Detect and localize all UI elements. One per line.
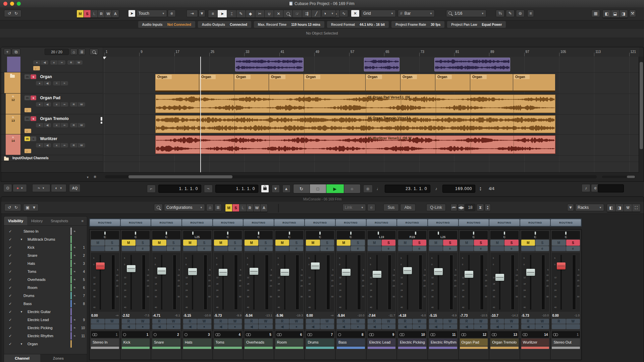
solo-button[interactable]: s <box>31 96 36 100</box>
pan-control[interactable]: C <box>275 231 304 239</box>
visibility-item-hats[interactable]: ✓Hats ≈3 <box>4 259 87 267</box>
musical-timebase-icon[interactable]: ♩ <box>24 149 31 153</box>
visibility-item-room[interactable]: ✓Room ≈6 <box>4 284 87 292</box>
routing-cell-kick[interactable]: ROUTING <box>121 219 151 226</box>
record-enable-button[interactable]: ● <box>320 324 334 329</box>
read-automation-button[interactable]: R <box>152 319 166 324</box>
goto-right-locator-icon[interactable]: ¬ <box>204 185 213 193</box>
mix-undo-icon[interactable]: ↺ <box>8 205 11 210</box>
automation-m-button[interactable]: M <box>77 10 84 17</box>
edit-channel-button[interactable]: e <box>413 246 426 251</box>
status-max-record-time[interactable]: Max. Record Time119 hours 13 mins <box>254 21 324 28</box>
automation-a-button[interactable]: A <box>261 204 267 212</box>
volume-value[interactable]: -5.04 <box>245 314 253 317</box>
track-row-wurlitzer[interactable]: ≈14 ms Wurlitzer ●◀ e∞ RW ♩ <box>1 134 103 155</box>
channel-name[interactable]: Electric Lead <box>368 339 396 346</box>
routing-cell-bass[interactable]: ROUTING <box>336 219 366 226</box>
read-automation-button[interactable]: R <box>275 319 289 324</box>
mute-button[interactable]: M <box>214 240 228 246</box>
fader-handle[interactable] <box>557 262 566 269</box>
track-list-icon[interactable]: ≣ <box>78 49 86 55</box>
mix-left-zone-icon[interactable]: ◧ <box>607 204 615 212</box>
cycle-button[interactable]: ↻ <box>293 184 310 193</box>
solo-button[interactable]: S <box>105 240 119 246</box>
width-stepper[interactable]: ▲▼ <box>485 204 491 211</box>
visibility-item-stereo-in[interactable]: ✓Stereo In ≈ <box>4 227 87 235</box>
snap-icon[interactable]: ✕ <box>351 10 360 17</box>
automation-s-button[interactable]: S <box>232 204 239 212</box>
write-automation-button[interactable]: W <box>228 319 242 324</box>
monitor-button[interactable]: ◀ <box>398 324 412 329</box>
monitor-button[interactable]: ◀ <box>460 324 474 329</box>
pan-control[interactable]: C <box>152 231 180 239</box>
folder-part-organ[interactable]: Organ <box>234 74 269 92</box>
monitor-icon[interactable]: ◀ <box>44 102 51 107</box>
mute-button[interactable]: M <box>398 240 412 246</box>
visible-checkmark-icon[interactable]: ✓ <box>9 237 12 242</box>
read-automation-icon[interactable]: R <box>70 123 77 127</box>
fader-handle[interactable] <box>465 271 473 278</box>
play-button[interactable]: ▶ <box>326 184 344 193</box>
record-enable-button[interactable] <box>105 324 119 329</box>
edit-channel-button[interactable]: e <box>382 246 395 251</box>
configurations-dropdown[interactable]: Configurations▼ <box>164 204 205 211</box>
mute-button[interactable]: M <box>152 240 166 246</box>
divider-handle-2[interactable] <box>101 122 102 124</box>
edit-channel-button[interactable]: e <box>566 246 580 251</box>
solo-button[interactable]: S <box>504 240 518 246</box>
mix-list-icon[interactable]: ≣ <box>214 204 222 211</box>
mute-button[interactable]: m <box>24 116 30 121</box>
record-enable-button[interactable]: ● <box>259 324 272 329</box>
folder-part-organ[interactable]: Organ <box>366 74 400 92</box>
edit-channel-button[interactable]: e <box>105 246 119 251</box>
solo-button[interactable]: s <box>31 116 36 121</box>
routing-cell-stereo-in[interactable]: ROUTING <box>90 219 120 226</box>
channel-name[interactable]: Snare <box>152 339 180 346</box>
folder-part-organ[interactable]: Organ <box>470 74 513 92</box>
record-enable-button[interactable]: ● <box>228 324 242 329</box>
solo-button[interactable]: S <box>228 240 242 246</box>
time-warp-tool[interactable]: ⇶ <box>302 10 311 17</box>
write-automation-button[interactable]: W <box>382 319 395 324</box>
mute-button[interactable]: M <box>337 240 351 246</box>
edit-channel-icon[interactable]: e <box>53 143 60 147</box>
record-enable-button[interactable]: ● <box>443 324 457 329</box>
fader-handle[interactable] <box>373 271 381 278</box>
record-enable-button[interactable]: ● <box>289 324 303 329</box>
bank-left-icon[interactable]: ⏮ <box>450 204 457 211</box>
line-tool[interactable]: ╱ <box>312 10 321 17</box>
peak-value[interactable]: -11.7 <box>388 314 395 317</box>
monitor-button[interactable]: ◀ <box>490 324 504 329</box>
peak-value[interactable]: -9.9 <box>236 314 242 317</box>
solo-button[interactable]: S <box>197 240 211 246</box>
solo-button[interactable]: S <box>167 240 180 246</box>
event-display[interactable]: OrganOrganOrganOrganOrganOrganOrganOrgan… <box>103 57 639 173</box>
folder-icon[interactable] <box>10 75 15 78</box>
folder-part-organ[interactable]: Organ <box>155 74 199 92</box>
write-automation-button[interactable]: W <box>167 319 180 324</box>
audio-event-purple[interactable] <box>235 58 304 71</box>
write-automation-button[interactable]: W <box>197 319 211 324</box>
fader-handle[interactable] <box>219 269 227 276</box>
edit-channel-button[interactable]: e <box>351 246 365 251</box>
record-enable-button[interactable]: ● <box>167 324 180 329</box>
record-button[interactable]: ○ <box>344 184 360 193</box>
tab-visibility[interactable]: Visibility <box>4 217 27 225</box>
mute-button[interactable]: M <box>521 240 535 246</box>
peak-value[interactable]: -10.0 <box>542 314 549 317</box>
io-folder-icon[interactable] <box>3 155 10 161</box>
routing-cell-hats[interactable]: ROUTING <box>182 219 212 226</box>
visible-checkmark-icon[interactable]: ✓ <box>9 294 12 298</box>
freeze-icon[interactable]: ∞ <box>61 143 68 147</box>
link-dropdown[interactable]: Link▼ <box>342 204 366 211</box>
automation-l-button[interactable]: L <box>239 204 246 212</box>
volume-value[interactable]: -2.52 <box>122 314 130 317</box>
fader-handle[interactable] <box>280 269 289 276</box>
drag-handle-icon[interactable]: ≡ <box>208 10 217 17</box>
track-row-organ-tremolo[interactable]: ≈13 ms Organ Tremolo ●◀ e∞ RW ♩ <box>1 114 103 134</box>
automation-panel-icon[interactable]: ➤ <box>128 10 136 17</box>
mute-button[interactable]: m <box>24 136 30 141</box>
snapshot-camera-dropdown[interactable]: ▣▼ <box>23 204 39 211</box>
solo-button[interactable]: S <box>351 240 365 246</box>
tempo-display[interactable]: 169.000 <box>442 185 475 193</box>
